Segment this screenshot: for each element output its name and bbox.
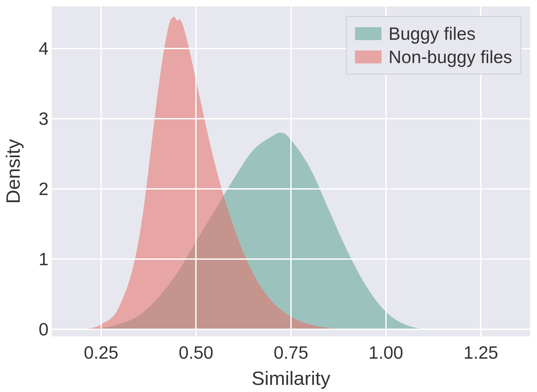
x-tick-label: 1.00 — [369, 342, 403, 363]
y-tick-label: 0 — [10, 319, 48, 340]
legend-item-nonbuggy: Non-buggy files — [355, 45, 512, 69]
y-tick-label: 2 — [10, 179, 48, 199]
legend-label-nonbuggy: Non-buggy files — [389, 47, 512, 67]
density-plot: Density Similarity Buggy files Non-buggy… — [0, 0, 537, 392]
x-tick-label: 1.25 — [464, 342, 498, 363]
legend-swatch-buggy — [355, 27, 381, 40]
gridline-h — [52, 329, 530, 330]
gridline-h — [52, 188, 530, 190]
x-tick-label: 0.75 — [274, 342, 308, 363]
plot-area: Buggy files Non-buggy files — [52, 6, 530, 336]
legend-swatch-nonbuggy — [355, 50, 381, 63]
y-tick-label: 4 — [10, 38, 48, 59]
y-tick-label: 1 — [10, 249, 48, 269]
x-tick-label: 0.50 — [179, 342, 213, 363]
gridline-h — [52, 258, 530, 260]
x-tick-label: 0.25 — [84, 342, 118, 363]
gridline-h — [52, 118, 530, 119]
gridline-v — [101, 6, 102, 336]
gridline-v — [290, 6, 292, 336]
legend-item-buggy: Buggy files — [355, 22, 512, 45]
legend-label-buggy: Buggy files — [389, 23, 476, 44]
x-axis-label: Similarity — [252, 367, 330, 389]
y-tick-label: 3 — [10, 108, 48, 129]
gridline-v — [195, 6, 197, 336]
legend: Buggy files Non-buggy files — [346, 16, 521, 74]
